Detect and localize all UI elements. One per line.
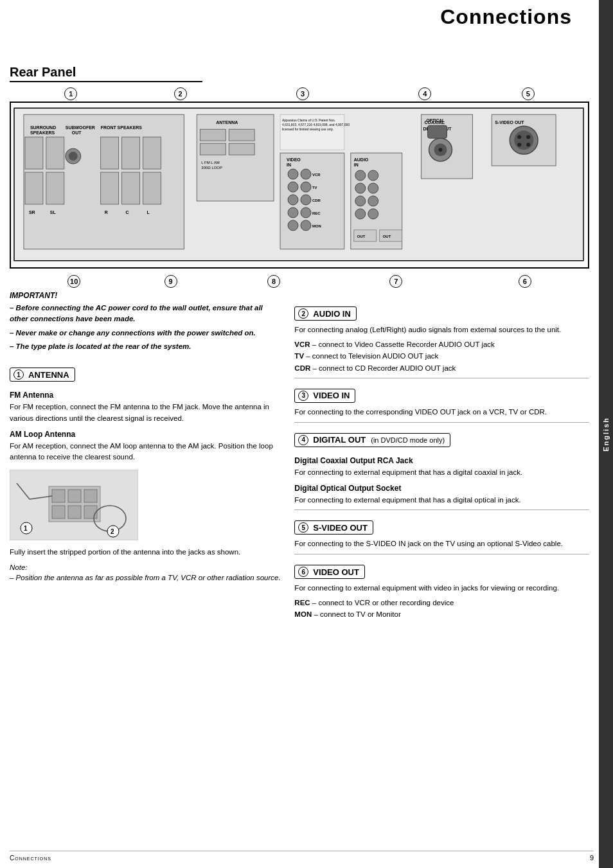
svg-text:ANTENNA: ANTENNA — [216, 120, 238, 125]
svg-rect-24 — [197, 114, 274, 201]
vcr-label: VCR — [294, 341, 310, 348]
svg-text:IN: IN — [287, 163, 291, 167]
rear-panel-diagram: SURROUND SPEAKERS SUBWOOFER OUT FRONT SP… — [10, 102, 589, 269]
svg-point-81 — [514, 130, 533, 150]
svg-rect-26 — [200, 129, 226, 141]
svg-text:IN: IN — [354, 163, 359, 167]
rec-text: REC – connect to VCR or other recording … — [294, 597, 589, 608]
note-section: Note: – Position the antenna as far as p… — [10, 563, 281, 583]
sidebar-english: English — [599, 0, 613, 868]
antenna-heading: ANTENNA — [28, 370, 69, 380]
main-content: Connections Rear Panel 1 2 3 4 5 SURROUN… — [0, 0, 599, 868]
callout-6: 6 — [519, 275, 531, 288]
svg-rect-27 — [229, 129, 254, 141]
svg-text:4,631,603, 4,577,216 4,819,098: 4,631,603, 4,577,216 4,819,098, and 4,90… — [282, 123, 350, 127]
sidebar-label: English — [602, 417, 610, 452]
antenna-num: 1 — [13, 369, 24, 380]
svg-rect-92 — [68, 506, 81, 518]
cdr-label: CDR — [294, 364, 310, 372]
svg-point-43 — [301, 182, 311, 192]
svg-text:L FM  L AM: L FM L AM — [201, 161, 219, 164]
svg-point-46 — [301, 195, 311, 205]
svideo-out-section-heading: 5 S-VIDEO OUT — [294, 520, 373, 535]
important-line-3: – The type plate is located at the rear … — [10, 341, 281, 352]
svg-rect-28 — [200, 143, 226, 155]
vcr-desc: – connect to Video Cassette Recorder AUD… — [312, 341, 495, 348]
rec-desc: – connect to VCR or other recording devi… — [312, 599, 454, 607]
svg-point-62 — [368, 196, 378, 206]
note-text: – Position the antenna as far as possibl… — [10, 572, 281, 583]
svg-point-85 — [526, 143, 530, 146]
mon-text: MON – connect to TV or Monitor — [294, 608, 589, 620]
important-section: IMPORTANT! – Before connecting the AC po… — [10, 291, 281, 352]
svg-text:REC: REC — [312, 211, 321, 215]
footer-left: Connections — [10, 855, 51, 862]
callout-4: 4 — [418, 87, 431, 100]
audio-in-section-heading: 2 AUDIO IN — [294, 306, 357, 321]
audio-in-num: 2 — [298, 308, 308, 319]
svg-point-14 — [69, 152, 78, 161]
svg-text:SL: SL — [50, 210, 57, 215]
callout-row-top: 1 2 3 4 5 — [10, 87, 589, 100]
footer-right: 9 — [590, 854, 594, 862]
svg-point-59 — [355, 183, 366, 193]
svg-text:FRONT SPEAKERS: FRONT SPEAKERS — [101, 125, 143, 130]
svg-rect-18 — [122, 137, 140, 169]
svg-text:OUT: OUT — [72, 130, 82, 135]
svg-text:MON: MON — [312, 224, 321, 228]
fm-antenna-subheading: FM Antenna — [10, 391, 281, 400]
svg-point-42 — [288, 182, 298, 192]
svg-point-49 — [301, 208, 311, 218]
svg-point-60 — [368, 183, 378, 193]
fm-antenna-text: For FM reception, connect the FM antenna… — [10, 402, 281, 425]
svg-text:SPEAKERS: SPEAKERS — [30, 130, 55, 135]
cdr-text: CDR – connect to CD Recorder AUDIO OUT j… — [294, 362, 589, 374]
svg-text:OPTICAL: OPTICAL — [427, 118, 445, 123]
svg-rect-15 — [101, 137, 119, 169]
svg-rect-7 — [25, 137, 43, 169]
svg-text:SR: SR — [29, 210, 35, 215]
rec-label: REC — [294, 599, 310, 607]
digital-out-num: 4 — [298, 435, 308, 445]
coaxial-text: For connecting to external equipment tha… — [294, 467, 589, 479]
callout-8: 8 — [267, 275, 280, 288]
am-antenna-subheading: AM Loop Antenna — [10, 430, 281, 439]
antenna-section-heading: 1 ANTENNA — [10, 368, 75, 382]
video-out-heading: VIDEO OUT — [313, 567, 359, 577]
descriptions: IMPORTANT! – Before connecting the AC po… — [10, 291, 589, 621]
cdr-desc: – connect to CD Recorder AUDIO OUT jack — [312, 364, 456, 372]
svg-point-61 — [355, 196, 366, 206]
svg-rect-91 — [52, 506, 65, 518]
svg-rect-88 — [52, 490, 65, 502]
video-out-text: For connecting to external equipment wit… — [294, 583, 589, 594]
svg-text:300Ω    LOOP: 300Ω LOOP — [201, 166, 222, 170]
rear-panel-title: Rear Panel — [10, 65, 202, 82]
svg-point-57 — [355, 170, 366, 181]
svg-point-40 — [301, 169, 311, 179]
svg-rect-93 — [84, 506, 97, 518]
tv-desc: – connect to Television AUDIO OUT jack — [306, 352, 438, 360]
svg-point-63 — [355, 209, 366, 219]
svg-text:OUT: OUT — [357, 235, 366, 238]
svideo-out-text: For connecting to the S-VIDEO IN jack on… — [294, 538, 589, 550]
svg-rect-16 — [101, 172, 119, 204]
antenna-image: 1 2 — [10, 470, 138, 540]
svg-point-82 — [517, 135, 521, 139]
callout-row-bottom: 10 9 8 7 6 — [10, 275, 589, 288]
svg-rect-19 — [122, 172, 140, 204]
desc-right: 2 AUDIO IN For connecting analog (Left/R… — [294, 291, 589, 621]
audio-in-text: For connecting analog (Left/Right) audio… — [294, 324, 589, 336]
callout-2: 2 — [174, 87, 187, 100]
svg-point-45 — [288, 195, 298, 205]
svideo-out-heading: S-VIDEO OUT — [313, 523, 368, 533]
svg-text:VIDEO: VIDEO — [287, 157, 301, 162]
svg-point-83 — [526, 135, 530, 139]
svg-text:SUBWOOFER: SUBWOOFER — [66, 125, 95, 130]
svg-text:SURROUND: SURROUND — [30, 125, 56, 130]
mon-desc: – connect to TV or Monitor — [314, 610, 400, 618]
digital-out-heading: DIGITAL OUT — [313, 435, 366, 445]
svg-text:Apparatus Claims of U.S. Paten: Apparatus Claims of U.S. Patent Nos. — [282, 118, 335, 122]
optical-text: For connecting to external equipment tha… — [294, 495, 589, 506]
coaxial-title: Digital Coaxial Output RCA Jack — [294, 456, 589, 465]
tv-text: TV – connect to Television AUDIO OUT jac… — [294, 350, 589, 362]
